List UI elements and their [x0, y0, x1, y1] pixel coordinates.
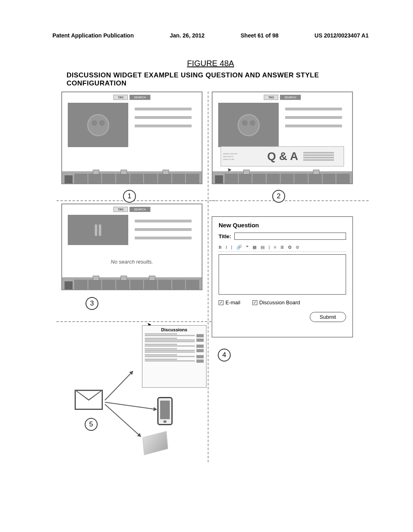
email-checkbox[interactable]: ✓ E-mail — [219, 299, 240, 305]
discussions-panel: Discussions — [142, 325, 206, 388]
tab-search[interactable]: SEARCH — [280, 95, 300, 100]
checkbox-icon: ✓ — [219, 300, 223, 305]
sheet-num: Sheet 61 of 98 — [241, 32, 279, 39]
ul-icon[interactable]: ≣ — [280, 245, 284, 250]
home-button[interactable] — [65, 175, 73, 183]
page-header: Patent Application Publication Jan. 26, … — [52, 32, 369, 39]
tab-tag[interactable]: TAG — [113, 95, 128, 100]
pub-label: Patent Application Publication — [52, 32, 134, 39]
pause-icon — [95, 224, 97, 236]
figure-grid: TAG SEARCH TAG SEARCH — [52, 91, 369, 470]
arrow-to-device — [104, 404, 141, 437]
discussion-item[interactable] — [145, 359, 204, 362]
tab-tag[interactable]: TAG — [264, 95, 278, 100]
title-input[interactable] — [234, 233, 346, 240]
email-label: E-mail — [225, 299, 240, 305]
checkbox-icon: ✓ — [252, 300, 257, 305]
no-results-text: No search results. — [62, 251, 202, 272]
divider: | — [269, 245, 270, 250]
discussion-item[interactable] — [145, 338, 204, 342]
panel-1: TAG SEARCH — [61, 91, 202, 184]
qa-overlay[interactable]: xxxxxx xxxx xxxxxxx xxx xxxxxxx xx xxx Q… — [221, 146, 344, 166]
panel-3: TAG SEARCH ➤ No search results. — [61, 204, 202, 290]
phone-icon — [157, 397, 173, 425]
board-checkbox[interactable]: ✓ Discussion Board — [252, 299, 300, 305]
discussion-item[interactable] — [145, 354, 204, 357]
arrow-to-discussions — [104, 371, 133, 400]
ol-icon[interactable]: ≡ — [274, 245, 276, 250]
video-paused[interactable] — [68, 215, 128, 245]
discussion-item[interactable] — [145, 348, 204, 353]
italic-button[interactable]: I — [225, 245, 227, 250]
figure-title: FIGURE 48A — [52, 59, 369, 68]
quote-icon[interactable]: ❝ — [246, 245, 248, 250]
h-divider-1 — [56, 200, 215, 201]
discussion-item[interactable] — [145, 333, 204, 336]
tabs-row: TAG SEARCH — [62, 92, 202, 101]
pause-icon — [99, 224, 101, 236]
tab-search[interactable]: SEARCH — [129, 95, 150, 100]
step-number-2: 2 — [272, 190, 285, 203]
more-icon[interactable]: ⊜ — [296, 245, 299, 250]
thumbnail-strip[interactable] — [62, 171, 202, 183]
figure-subtitle: DISCUSSION WIDGET EXAMPLE USING QUESTION… — [52, 71, 369, 87]
discussions-title: Discussions — [145, 327, 204, 332]
submit-button[interactable]: Submit — [310, 312, 346, 322]
qa-label: Q & A — [264, 150, 301, 163]
grid-icon[interactable]: ▤ — [261, 245, 265, 250]
form-heading: New Question — [219, 222, 346, 229]
step-number-1: 1 — [123, 190, 136, 203]
step-number-5: 5 — [85, 418, 98, 431]
video-thumbnail[interactable] — [68, 103, 128, 147]
panel-4-form: New Question Title: B I | 🔗 ❝ ▦ ▤ | ≡ ≣ … — [212, 216, 353, 337]
thumbnail-strip[interactable] — [213, 171, 352, 183]
divider: | — [231, 245, 232, 250]
arrow-to-phone — [105, 402, 157, 410]
home-button[interactable] — [65, 281, 73, 289]
video-thumbnail[interactable] — [218, 103, 279, 147]
text-lines — [133, 103, 196, 147]
discussion-item[interactable] — [145, 344, 204, 347]
step-number-3: 3 — [86, 297, 98, 310]
bold-button[interactable]: B — [219, 245, 221, 250]
home-button[interactable] — [215, 175, 223, 183]
pub-date: Jan. 26, 2012 — [170, 32, 204, 39]
editor-toolbar[interactable]: B I | 🔗 ❝ ▦ ▤ | ≡ ≣ ✿ ⊜ — [219, 243, 346, 252]
board-label: Discussion Board — [259, 299, 300, 305]
qa-desc: xxxxxx xxxx xxxxxxx xxx xxxxxxx xx xxx — [221, 151, 264, 162]
link-icon[interactable]: 🔗 — [236, 245, 242, 250]
pub-number: US 2012/0023407 A1 — [315, 32, 369, 39]
tab-search[interactable]: SEARCH — [129, 207, 150, 212]
h-divider-3 — [56, 321, 215, 322]
h-divider-2 — [212, 200, 369, 201]
thumbnail-strip[interactable] — [62, 277, 202, 289]
envelope-icon — [75, 390, 103, 410]
film-reel-icon — [87, 114, 109, 136]
panel-2: TAG SEARCH xxxxxx xxxx xxxxxxx xxx xxxxx… — [212, 91, 353, 184]
qa-right — [301, 150, 344, 163]
misc-icon[interactable]: ✿ — [288, 245, 292, 250]
editor-textarea[interactable] — [219, 254, 346, 295]
vertical-divider — [208, 91, 209, 462]
film-reel-icon — [238, 114, 260, 136]
step-number-4: 4 — [218, 349, 231, 362]
tab-tag[interactable]: TAG — [113, 207, 128, 212]
title-label: Title: — [219, 233, 231, 239]
image-icon[interactable]: ▦ — [252, 245, 257, 250]
device-icon — [142, 431, 168, 455]
